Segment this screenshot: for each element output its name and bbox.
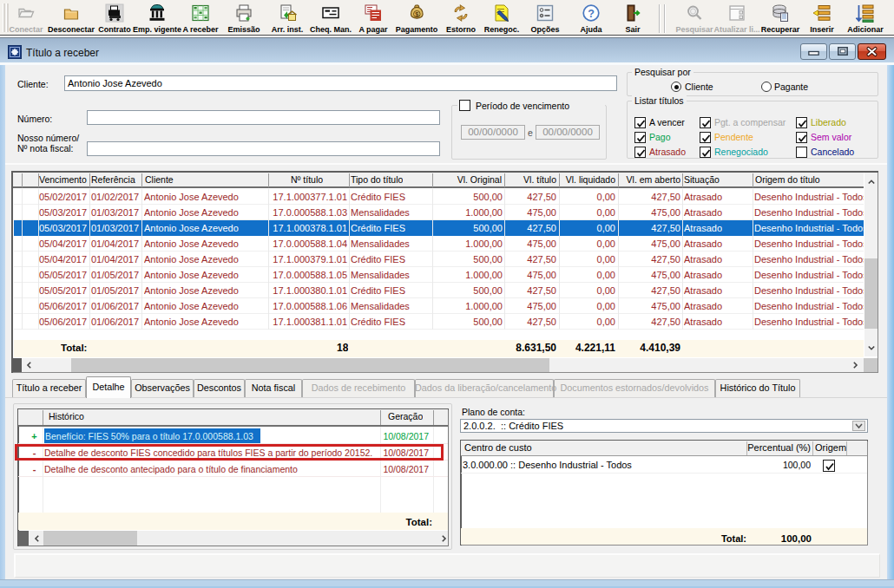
svg-text:?: ? — [588, 8, 595, 20]
